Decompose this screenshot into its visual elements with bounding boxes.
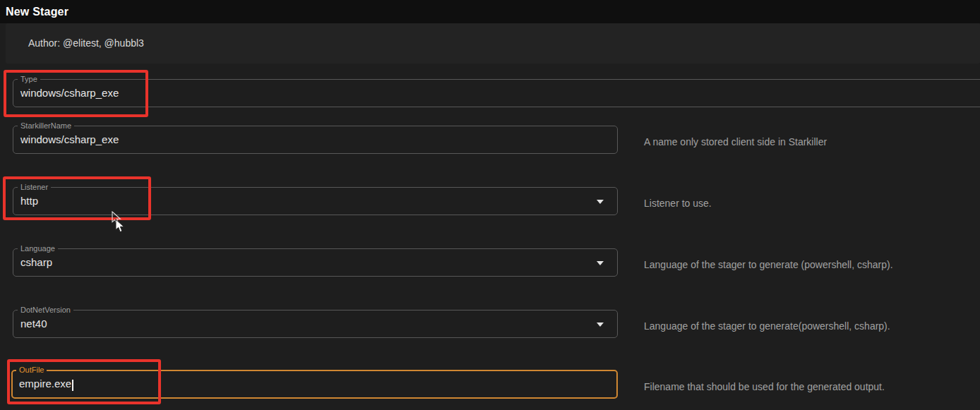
outfile-description: Filename that should be used for the gen…: [644, 382, 885, 392]
dotnetversion-select[interactable]: net40: [13, 310, 617, 330]
field-type[interactable]: Type windows/csharp_exe: [13, 79, 980, 107]
starkillername-description: A name only stored client side in Starki…: [644, 137, 827, 147]
listener-select[interactable]: http: [13, 188, 617, 207]
field-listener-label: Listener: [18, 183, 51, 192]
language-description: Language of the stager to generate (powe…: [644, 260, 893, 270]
field-listener[interactable]: Listener http: [13, 187, 618, 215]
outfile-input[interactable]: empire.exe: [13, 371, 616, 390]
chevron-down-icon[interactable]: [597, 200, 604, 204]
new-stager-screen: New Stager Author: @elitest, @hubbl3 Typ…: [0, 0, 980, 410]
chevron-down-icon[interactable]: [597, 322, 604, 327]
chevron-down-icon[interactable]: [597, 261, 604, 265]
page-title: New Stager: [6, 0, 68, 23]
field-outfile[interactable]: OutFile empire.exe: [11, 370, 618, 399]
language-select[interactable]: csharp: [13, 249, 617, 268]
author-text: Author: @elitest, @hubbl3: [28, 23, 144, 64]
text-caret: [72, 380, 73, 391]
outfile-value: empire.exe: [19, 378, 71, 390]
field-language[interactable]: Language csharp: [13, 248, 618, 277]
type-input[interactable]: windows/csharp_exe: [13, 80, 980, 99]
field-dotnetversion-label: DotNetVersion: [18, 306, 73, 315]
author-panel: Author: @elitest, @hubbl3: [6, 23, 980, 64]
starkillername-input[interactable]: windows/csharp_exe: [13, 126, 617, 145]
field-language-label: Language: [18, 244, 58, 253]
field-type-label: Type: [18, 75, 40, 84]
title-bar: New Stager: [0, 0, 980, 23]
listener-description: Listener to use.: [644, 198, 712, 209]
mouse-cursor: [115, 219, 126, 234]
field-starkillername-label: StarkillerName: [18, 121, 74, 131]
field-outfile-label: OutFile: [16, 366, 47, 375]
dotnetversion-description: Language of the stager to generate(power…: [644, 321, 890, 332]
field-starkillername[interactable]: StarkillerName windows/csharp_exe: [13, 126, 618, 154]
field-dotnetversion[interactable]: DotNetVersion net40: [13, 310, 618, 338]
